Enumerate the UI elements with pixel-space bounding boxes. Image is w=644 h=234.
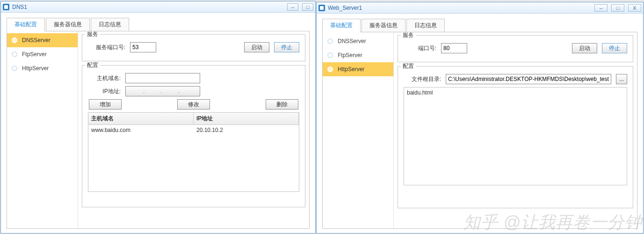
maximize-button[interactable]: □	[302, 3, 313, 11]
start-button[interactable]: 启动	[244, 42, 269, 52]
tab-server[interactable]: 服务器信息	[362, 19, 405, 32]
sidebar-item-httpserver[interactable]: HttpServer	[7, 61, 78, 75]
window-title: Web_Server1	[328, 5, 594, 11]
table-row[interactable]: www.baidu.com 20.10.10.2	[88, 125, 299, 135]
root-input[interactable]	[446, 74, 611, 84]
stop-button[interactable]: 停止	[274, 42, 299, 52]
window-dns: DNS1 – □ 基础配置 服务器信息 日志信息 DNSServer FtpSe…	[0, 1, 316, 234]
fieldset-config: 配置 主机域名: IP地址: . . . 增加 修改 删除	[82, 65, 305, 207]
dot-icon	[12, 51, 17, 57]
legend-config: 配置	[85, 61, 100, 69]
sidebar-item-ftpserver[interactable]: FtpServer	[7, 47, 78, 61]
port-label: 端口号:	[404, 44, 436, 52]
port-input[interactable]	[130, 42, 156, 52]
minimize-button[interactable]: –	[287, 3, 298, 11]
sidebar-item-ftpserver[interactable]: FtpServer	[323, 48, 393, 62]
window-title: DNS1	[12, 4, 287, 10]
fieldset-service: 服务 端口号: 启动 停止	[398, 35, 633, 62]
close-button[interactable]: X	[628, 4, 641, 12]
sidebar-item-dnsserver[interactable]: DNSServer	[7, 33, 78, 47]
tab-server[interactable]: 服务器信息	[46, 18, 90, 31]
legend-config: 配置	[401, 62, 416, 70]
ip-label: IP地址:	[88, 88, 121, 95]
titlebar-dns[interactable]: DNS1 – □	[1, 1, 315, 13]
list-item[interactable]: baidu.html	[407, 89, 624, 96]
host-input[interactable]	[125, 73, 200, 83]
sidebar-label: DNSServer	[22, 37, 51, 44]
tab-log[interactable]: 日志信息	[406, 19, 445, 32]
sidebar-label: HttpServer	[338, 66, 364, 73]
sidebar-item-httpserver[interactable]: HttpServer	[323, 62, 393, 76]
tab-log[interactable]: 日志信息	[91, 18, 129, 31]
dot-icon	[327, 66, 333, 72]
minimize-button[interactable]: –	[594, 4, 608, 12]
maximize-button[interactable]: □	[611, 4, 624, 12]
sidebar-label: DNSServer	[338, 38, 366, 44]
cell-host: www.baidu.com	[88, 125, 194, 135]
stop-button[interactable]: 停止	[602, 43, 627, 53]
browse-button[interactable]: ...	[616, 74, 627, 84]
delete-button[interactable]: 删除	[266, 99, 298, 110]
titlebar-web[interactable]: Web_Server1 – □ X	[317, 2, 643, 14]
file-listbox[interactable]: baidu.html	[404, 87, 627, 185]
sidebar-label: FtpServer	[22, 51, 47, 58]
window-web: Web_Server1 – □ X 基础配置 服务器信息 日志信息 DNSSer…	[316, 2, 644, 234]
tabstrip: 基础配置 服务器信息 日志信息	[322, 18, 637, 32]
port-label: 服务端口号:	[88, 44, 125, 51]
tab-basic[interactable]: 基础配置	[7, 18, 45, 31]
tab-basic[interactable]: 基础配置	[322, 19, 361, 32]
edit-button[interactable]: 修改	[177, 99, 210, 110]
sidebar: DNSServer FtpServer HttpServer	[323, 32, 394, 228]
sidebar: DNSServer FtpServer HttpServer	[7, 31, 78, 228]
col-ip[interactable]: IP地址	[194, 113, 299, 124]
sidebar-label: FtpServer	[338, 52, 362, 58]
dot-icon	[12, 66, 17, 71]
ip-input[interactable]: . . .	[125, 86, 200, 96]
legend-service: 服务	[401, 32, 416, 39]
add-button[interactable]: 增加	[89, 99, 122, 110]
dns-records-grid[interactable]: 主机域名 IP地址 www.baidu.com 20.10.10.2	[88, 112, 299, 192]
app-icon	[3, 4, 9, 10]
dot-icon	[327, 38, 333, 44]
app-icon	[318, 5, 325, 11]
cell-ip: 20.10.10.2	[194, 125, 299, 135]
dot-icon	[327, 52, 333, 58]
col-host[interactable]: 主机域名	[88, 113, 194, 124]
sidebar-item-dnsserver[interactable]: DNSServer	[323, 34, 393, 48]
legend-service: 服务	[85, 31, 100, 38]
start-button[interactable]: 启动	[572, 43, 597, 53]
fieldset-service: 服务 服务端口号: 启动 停止	[82, 34, 305, 61]
port-input[interactable]	[441, 43, 467, 53]
dot-icon	[12, 37, 17, 43]
fieldset-config: 配置 文件根目录: ... baidu.html	[398, 66, 633, 208]
root-label: 文件根目录:	[404, 75, 441, 83]
tabstrip: 基础配置 服务器信息 日志信息	[7, 17, 310, 31]
host-label: 主机域名:	[88, 74, 121, 82]
sidebar-label: HttpServer	[22, 65, 49, 72]
